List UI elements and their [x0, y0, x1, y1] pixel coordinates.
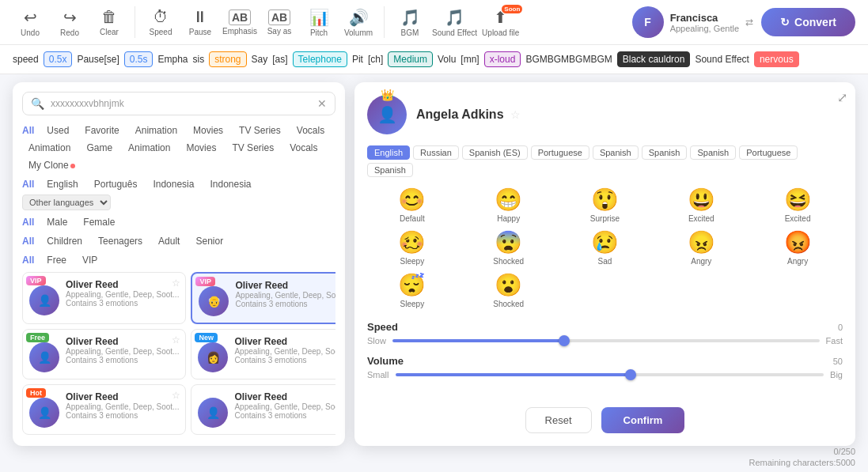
filter-teenagers[interactable]: Teenagers: [92, 234, 149, 248]
filter-movies-1[interactable]: Movies: [187, 123, 229, 138]
filter-tvseries-2[interactable]: TV Series: [226, 141, 280, 155]
tag-say-label: Say: [252, 54, 268, 65]
emotion-excited-2[interactable]: 😆 Excited: [752, 187, 843, 223]
voice-card-4[interactable]: New 👩 Oliver Reed Appealing, Gentle, Dee…: [191, 329, 335, 379]
filter-gender-row: All Male Female: [22, 215, 335, 229]
voice-info-5: Oliver Reed Appealing, Gentle, Deep, Soo…: [66, 391, 179, 420]
voice-star-5[interactable]: ☆: [172, 390, 180, 401]
reset-button[interactable]: Reset: [525, 407, 592, 433]
lang-tag-spanish-3[interactable]: Spanish: [690, 145, 736, 160]
lang-tag-spanish-es[interactable]: Spanish (ES): [462, 145, 528, 160]
filter-game[interactable]: Game: [80, 141, 119, 155]
bgm-button[interactable]: 🎵 BGM: [392, 8, 427, 37]
filter-vip[interactable]: VIP: [76, 253, 104, 267]
detail-star-icon[interactable]: ☆: [510, 108, 521, 121]
filter-senior[interactable]: Senior: [189, 234, 229, 248]
filter-animation-2[interactable]: Animation: [22, 141, 77, 155]
search-input[interactable]: [51, 98, 311, 109]
voice-card-2[interactable]: VIP 👴 Oliver Reed Appealing, Gentle, Dee…: [191, 272, 335, 324]
emotion-default[interactable]: 😊 Default: [367, 187, 457, 223]
voice-card-6[interactable]: 👤 Oliver Reed Appealing, Gentle, Deep, S…: [191, 384, 335, 435]
upload-file-button[interactable]: Soon ⬆ Upload file: [482, 8, 519, 37]
lang-tag-spanish-4[interactable]: Spanish: [367, 163, 413, 177]
lang-tag-portuguese-2[interactable]: Portuguese: [739, 145, 798, 160]
pause-button[interactable]: ⏸ Pause: [183, 8, 218, 36]
emotion-excited-1[interactable]: 😃 Excited: [656, 187, 746, 223]
filter-favorite[interactable]: Favorite: [78, 123, 125, 138]
filter-tvseries-1[interactable]: TV Series: [233, 123, 287, 138]
filter-indonesia-1[interactable]: Indonesia: [146, 177, 200, 191]
tag-medium[interactable]: Medium: [388, 51, 433, 67]
redo-icon: ↪: [63, 8, 77, 27]
pitch-button[interactable]: 📊 Pitch: [301, 8, 336, 37]
lang-tag-spanish-1[interactable]: Spanish: [593, 145, 639, 160]
sound-effect-button[interactable]: 🎵 Sound Effect: [432, 8, 477, 37]
tag-strong[interactable]: strong: [209, 51, 246, 67]
filter-movies-2[interactable]: Movies: [180, 141, 222, 155]
undo-button[interactable]: ↩ Undo: [13, 8, 47, 37]
emotion-surprise[interactable]: 😲 Surprise: [560, 187, 650, 223]
voice-star-3[interactable]: ☆: [172, 334, 180, 346]
tag-nervous[interactable]: nervous: [754, 51, 799, 67]
lang-tag-russian[interactable]: Russian: [413, 145, 459, 160]
filter-animation-1[interactable]: Animation: [129, 123, 184, 138]
confirm-button[interactable]: Confirm: [601, 407, 685, 433]
speed-slider[interactable]: [392, 339, 820, 342]
filter-myclone[interactable]: My Clone: [22, 158, 81, 172]
filter-adult[interactable]: Adult: [152, 234, 186, 248]
volume-button[interactable]: 🔊 Volumm: [341, 8, 376, 37]
volume-min-label: Small: [367, 370, 389, 379]
emotion-shocked-2[interactable]: 😮 Shocked: [464, 272, 554, 308]
sayas-button[interactable]: AB Say as: [262, 9, 297, 36]
emotion-shocked-1[interactable]: 😨 Shocked: [464, 229, 554, 266]
filter-other-languages[interactable]: Other languages: [22, 194, 111, 210]
filter-free[interactable]: Free: [40, 253, 73, 267]
emotion-sleepy-1[interactable]: 🥴 Sleepy: [367, 229, 457, 266]
clear-button[interactable]: 🗑 Clear: [92, 8, 127, 36]
clear-label: Clear: [100, 28, 119, 36]
filter-portugues[interactable]: Português: [88, 177, 144, 191]
detail-close-button[interactable]: ⤢: [837, 90, 847, 105]
speed-button[interactable]: ⏱ Speed: [143, 8, 178, 36]
convert-button[interactable]: ↻ Convert: [761, 8, 855, 36]
filter-all-gender[interactable]: All: [22, 217, 34, 228]
filter-indonesia-2[interactable]: Indonesia: [203, 177, 257, 191]
filter-female[interactable]: Female: [77, 215, 121, 229]
filter-vocals-1[interactable]: Vocals: [290, 123, 331, 138]
lang-tag-english[interactable]: English: [367, 145, 410, 160]
filter-english[interactable]: English: [40, 177, 84, 191]
voice-card-3[interactable]: Free 👤 Oliver Reed Appealing, Gentle, De…: [22, 329, 186, 379]
voice-card-1[interactable]: VIP 👤 Oliver Reed Appealing, Gentle, Dee…: [22, 272, 186, 324]
voice-card-5[interactable]: Hot 👤 Oliver Reed Appealing, Gentle, Dee…: [22, 384, 186, 435]
tag-xloud[interactable]: x-loud: [484, 51, 521, 67]
emotion-sleepy-2[interactable]: 😴 Sleepy: [367, 272, 457, 308]
filter-all-type[interactable]: All: [22, 125, 34, 136]
tag-black-cauldron[interactable]: Black cauldron: [617, 51, 691, 67]
tag-telephone[interactable]: Telephone: [293, 51, 347, 67]
lang-tag-portuguese[interactable]: Portuguese: [531, 145, 589, 160]
filter-animation-3[interactable]: Animation: [122, 141, 176, 155]
filter-all-price[interactable]: All: [22, 255, 34, 266]
lang-tag-spanish-2[interactable]: Spanish: [642, 145, 688, 160]
filter-used[interactable]: Used: [40, 123, 75, 138]
filter-vocals-2[interactable]: Vocals: [283, 141, 324, 155]
filter-all-age[interactable]: All: [22, 236, 34, 247]
filter-all-lang[interactable]: All: [22, 179, 34, 190]
filter-male[interactable]: Male: [40, 215, 74, 229]
emotion-angry-1[interactable]: 😠 Angry: [656, 229, 746, 266]
volume-slider[interactable]: [396, 373, 824, 376]
emotion-angry-2[interactable]: 😡 Angry: [752, 229, 843, 266]
emotion-sad[interactable]: 😢 Sad: [560, 229, 650, 266]
detail-panel: ⤢ 👑 👤 Angela Adkins ☆ English Russian Sp…: [354, 82, 855, 446]
tag-pause-value[interactable]: 0.5s: [124, 51, 154, 67]
emphasis-button[interactable]: AB Emphasis: [222, 9, 257, 36]
tag-speed-value[interactable]: 0.5x: [44, 51, 73, 67]
voice-star-1[interactable]: ☆: [172, 278, 180, 289]
tag-empha-label: Empha: [157, 54, 188, 65]
emotion-happy[interactable]: 😁 Happy: [464, 187, 554, 223]
filter-children[interactable]: Children: [40, 234, 89, 248]
emotion-emoji-surprise: 😲: [591, 187, 619, 213]
redo-button[interactable]: ↪ Redo: [52, 8, 87, 37]
clear-search-icon[interactable]: ✕: [317, 97, 327, 110]
user-expand-icon[interactable]: ⇄: [745, 17, 753, 28]
